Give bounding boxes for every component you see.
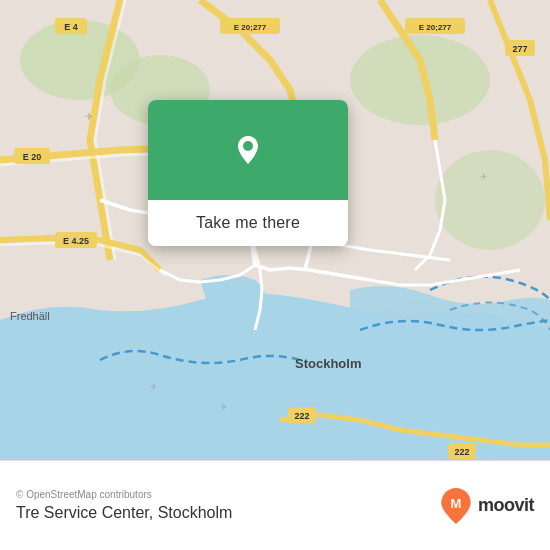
svg-point-32: [243, 141, 253, 151]
svg-text:222: 222: [294, 411, 309, 421]
moovit-pin-icon: M: [438, 488, 474, 524]
popup-header: [148, 100, 348, 200]
popup-card: Take me there: [148, 100, 348, 246]
svg-text:222: 222: [454, 447, 469, 457]
moovit-brand-text: moovit: [478, 495, 534, 516]
svg-text:Stockholm: Stockholm: [295, 356, 361, 371]
location-name: Tre Service Center, Stockholm: [16, 504, 232, 522]
moovit-logo: M moovit: [438, 488, 534, 524]
svg-point-3: [350, 35, 490, 125]
svg-text:✈: ✈: [85, 111, 93, 122]
take-me-there-button[interactable]: Take me there: [148, 200, 348, 246]
svg-text:E 20;277: E 20;277: [419, 23, 452, 32]
bottom-bar: © OpenStreetMap contributors Tre Service…: [0, 460, 550, 550]
copyright-text: © OpenStreetMap contributors: [16, 489, 232, 500]
svg-text:E 20;277: E 20;277: [234, 23, 267, 32]
svg-text:✈: ✈: [150, 382, 158, 392]
svg-text:E 4.25: E 4.25: [63, 236, 89, 246]
svg-text:✈: ✈: [480, 172, 488, 182]
svg-point-4: [435, 150, 545, 250]
svg-text:M: M: [451, 495, 462, 510]
svg-text:✈: ✈: [220, 402, 228, 412]
svg-text:E 4: E 4: [64, 22, 78, 32]
map-container: E 4 E 20;277 E 20;277 277 E 20 E 4.25 22…: [0, 0, 550, 460]
svg-text:277: 277: [512, 44, 527, 54]
location-info: © OpenStreetMap contributors Tre Service…: [16, 489, 232, 522]
svg-text:E 20: E 20: [23, 152, 42, 162]
location-pin-icon: [226, 128, 270, 172]
svg-text:Fredhäll: Fredhäll: [10, 310, 50, 322]
